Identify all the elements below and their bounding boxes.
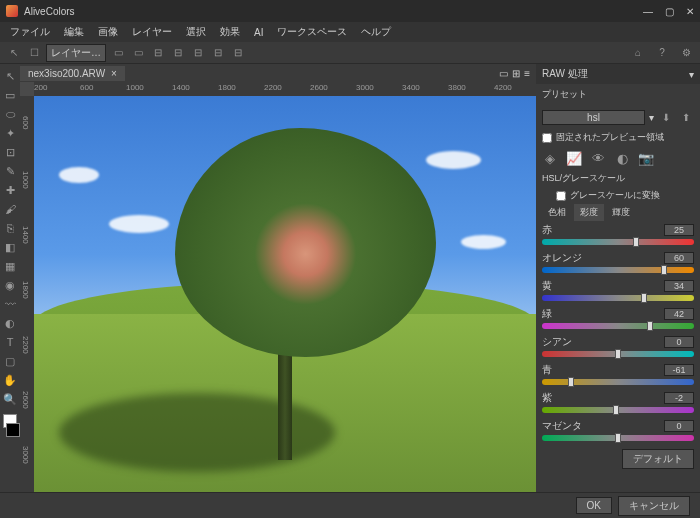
ruler-tick: 1800: [218, 83, 236, 92]
slider-knob[interactable]: [568, 377, 574, 387]
basic-icon[interactable]: ◈: [542, 150, 558, 166]
tab-opt-icon-3[interactable]: ≡: [524, 68, 530, 79]
slider-knob[interactable]: [615, 433, 621, 443]
wand-tool[interactable]: ✦: [2, 125, 18, 141]
menu-file[interactable]: ファイル: [4, 23, 56, 41]
slider-value[interactable]: 25: [664, 224, 694, 236]
align-icon-4[interactable]: ⊟: [210, 45, 226, 61]
maximize-icon[interactable]: ▢: [665, 6, 674, 17]
slider-track[interactable]: [542, 351, 694, 357]
settings-icon[interactable]: ⚙: [678, 45, 694, 61]
marquee-tool[interactable]: ▭: [2, 87, 18, 103]
ruler-tick: 1400: [21, 226, 30, 244]
menu-help[interactable]: ヘルプ: [355, 23, 397, 41]
crop-tool[interactable]: ⊡: [2, 144, 18, 160]
canvas[interactable]: [34, 96, 536, 492]
hand-tool[interactable]: ✋: [2, 372, 18, 388]
grayscale-checkbox[interactable]: [556, 191, 566, 201]
bg-color-swatch[interactable]: [6, 423, 20, 437]
ruler-tick: 3800: [448, 83, 466, 92]
slider-knob[interactable]: [647, 321, 653, 331]
text-tool[interactable]: T: [2, 334, 18, 350]
cancel-button[interactable]: キャンセル: [618, 496, 690, 516]
preset-save-icon[interactable]: ⬇: [658, 109, 674, 125]
slider-track[interactable]: [542, 379, 694, 385]
align-icon-2[interactable]: ⊟: [170, 45, 186, 61]
layer-select[interactable]: レイヤー…: [46, 44, 106, 62]
gradient-tool[interactable]: ▦: [2, 258, 18, 274]
menu-edit[interactable]: 編集: [58, 23, 90, 41]
slider-value[interactable]: 60: [664, 252, 694, 264]
align-icon-5[interactable]: ⊟: [230, 45, 246, 61]
slider-knob[interactable]: [641, 293, 647, 303]
home-icon[interactable]: ⌂: [630, 45, 646, 61]
slider-value[interactable]: -61: [664, 364, 694, 376]
move-tool[interactable]: ↖: [2, 68, 18, 84]
document-tab[interactable]: nex3iso200.ARW ×: [20, 66, 125, 81]
menu-image[interactable]: 画像: [92, 23, 124, 41]
slider-knob[interactable]: [615, 349, 621, 359]
brush-tool[interactable]: 🖌: [2, 201, 18, 217]
arrow-tool-icon[interactable]: ↖: [6, 45, 22, 61]
slider-value[interactable]: 0: [664, 336, 694, 348]
slider-track[interactable]: [542, 239, 694, 245]
slider-value[interactable]: -2: [664, 392, 694, 404]
slider-track[interactable]: [542, 407, 694, 413]
tab-luminance[interactable]: 輝度: [606, 204, 636, 221]
fixed-preview-checkbox[interactable]: [542, 133, 552, 143]
align-icon-3[interactable]: ⊟: [190, 45, 206, 61]
menu-layer[interactable]: レイヤー: [126, 23, 178, 41]
tab-close-icon[interactable]: ×: [111, 68, 117, 79]
sponge-tool[interactable]: ◐: [2, 315, 18, 331]
slider-track[interactable]: [542, 267, 694, 273]
preset-select[interactable]: hsl: [542, 110, 645, 125]
menu-workspace[interactable]: ワークスペース: [271, 23, 353, 41]
slider-track[interactable]: [542, 323, 694, 329]
minimize-icon[interactable]: —: [643, 6, 653, 17]
menu-select[interactable]: 選択: [180, 23, 212, 41]
help-icon[interactable]: ?: [654, 45, 670, 61]
align-icon-1[interactable]: ⊟: [150, 45, 166, 61]
menu-ai[interactable]: AI: [248, 25, 269, 40]
tab-opt-icon-2[interactable]: ⊞: [512, 68, 520, 79]
preset-dropdown-icon[interactable]: ▾: [649, 112, 654, 123]
clone-tool[interactable]: ⎘: [2, 220, 18, 236]
slider-赤: 赤25: [536, 221, 700, 249]
heal-tool[interactable]: ✚: [2, 182, 18, 198]
eyedropper-tool[interactable]: ✎: [2, 163, 18, 179]
slider-value[interactable]: 0: [664, 420, 694, 432]
zoom-tool[interactable]: 🔍: [2, 391, 18, 407]
slider-knob[interactable]: [661, 265, 667, 275]
eye-icon[interactable]: 👁: [590, 150, 606, 166]
slider-knob[interactable]: [613, 405, 619, 415]
tab-hue[interactable]: 色相: [542, 204, 572, 221]
ok-button[interactable]: OK: [576, 497, 612, 514]
tab-saturation[interactable]: 彩度: [574, 204, 604, 221]
menu-effect[interactable]: 効果: [214, 23, 246, 41]
curve-icon[interactable]: 📈: [566, 150, 582, 166]
opt-icon-1[interactable]: ▭: [110, 45, 126, 61]
toggle-icon[interactable]: ◐: [614, 150, 630, 166]
ruler-tick: 3000: [21, 446, 30, 464]
preset-label: プリセット: [542, 88, 587, 101]
shape-tool[interactable]: ▢: [2, 353, 18, 369]
camera-icon[interactable]: 📷: [638, 150, 654, 166]
slider-value[interactable]: 34: [664, 280, 694, 292]
auto-select-icon[interactable]: ☐: [26, 45, 42, 61]
slider-track[interactable]: [542, 435, 694, 441]
toolbar: ↖ ▭ ⬭ ✦ ⊡ ✎ ✚ 🖌 ⎘ ◧ ▦ ◉ 〰 ◐ T ▢ ✋ 🔍: [0, 64, 20, 492]
eraser-tool[interactable]: ◧: [2, 239, 18, 255]
tab-opt-icon-1[interactable]: ▭: [499, 68, 508, 79]
preset-export-icon[interactable]: ⬆: [678, 109, 694, 125]
slider-track[interactable]: [542, 295, 694, 301]
slider-value[interactable]: 42: [664, 308, 694, 320]
smudge-tool[interactable]: 〰: [2, 296, 18, 312]
close-icon[interactable]: ✕: [686, 6, 694, 17]
opt-icon-2[interactable]: ▭: [130, 45, 146, 61]
slider-knob[interactable]: [633, 237, 639, 247]
default-button[interactable]: デフォルト: [622, 449, 694, 469]
lasso-tool[interactable]: ⬭: [2, 106, 18, 122]
slider-label: シアン: [542, 335, 572, 349]
panel-menu-icon[interactable]: ▾: [689, 69, 694, 80]
blur-tool[interactable]: ◉: [2, 277, 18, 293]
